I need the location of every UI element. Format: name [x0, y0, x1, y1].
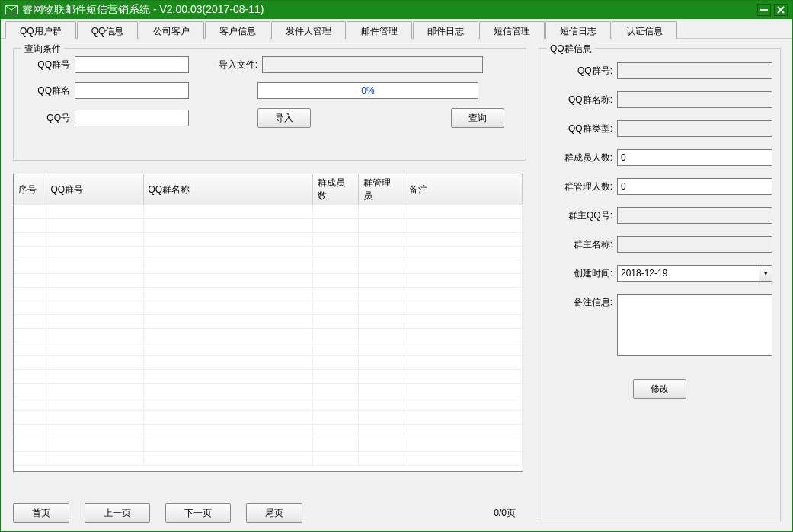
table-row[interactable]: [14, 397, 523, 411]
query-fieldset: 查询条件 QQ群号 导入文件: QQ群名 0% QQ号 导: [13, 48, 526, 161]
query-legend: 查询条件: [21, 43, 64, 56]
tab-customer-info[interactable]: 客户信息: [205, 21, 270, 39]
group-info-fieldset: QQ群信息 QQ群号: QQ群名称: QQ群类型: 群成员人数: 群管理人数:: [539, 48, 781, 521]
col-remark[interactable]: 备注: [404, 174, 523, 205]
pager: 首页 上一页 下一页 尾页 0/0页: [13, 499, 523, 527]
minimize-button[interactable]: [757, 4, 771, 16]
import-progress: 0%: [257, 82, 478, 99]
table-header-row: 序号 QQ群号 QQ群名称 群成员数 群管理员 备注: [14, 174, 523, 205]
info-create-time-label: 创建时间:: [547, 265, 612, 280]
table-row[interactable]: [14, 219, 523, 233]
content-area: 查询条件 QQ群号 导入文件: QQ群名 0% QQ号 导: [5, 40, 788, 527]
tab-sender-manage[interactable]: 发件人管理: [271, 21, 346, 39]
query-button[interactable]: 查询: [451, 108, 504, 128]
info-group-type-label: QQ群类型:: [547, 120, 612, 135]
info-remark-label: 备注信息:: [547, 294, 612, 309]
col-members[interactable]: 群成员数: [312, 174, 358, 205]
info-owner-qq-input[interactable]: [617, 207, 772, 224]
info-create-time-input[interactable]: [617, 265, 759, 282]
info-legend: QQ群信息: [547, 43, 595, 56]
tab-auth-info[interactable]: 认证信息: [612, 21, 677, 39]
table-row[interactable]: [14, 301, 523, 315]
tab-sms-manage[interactable]: 短信管理: [479, 21, 545, 39]
prev-page-button[interactable]: 上一页: [85, 503, 150, 523]
info-group-name-label: QQ群名称:: [547, 91, 612, 107]
import-file-input[interactable]: [262, 56, 483, 73]
qq-group-name-input[interactable]: [75, 82, 189, 99]
app-icon: [5, 5, 18, 14]
info-owner-qq-label: 群主QQ号:: [547, 207, 612, 222]
table-row[interactable]: [14, 370, 523, 384]
info-group-no-input[interactable]: [617, 62, 772, 79]
qq-no-input[interactable]: [75, 110, 189, 126]
progress-label: 0%: [258, 83, 478, 98]
info-group-name-input[interactable]: [617, 91, 772, 108]
info-owner-name-label: 群主名称:: [547, 236, 612, 251]
import-button[interactable]: 导入: [257, 108, 311, 128]
tab-strip: QQ用户群 QQ信息 公司客户 客户信息 发件人管理 邮件管理 邮件日志 短信管…: [1, 21, 792, 39]
modify-button[interactable]: 修改: [633, 379, 686, 399]
info-group-type-input[interactable]: [617, 120, 772, 137]
tab-company-customer[interactable]: 公司客户: [139, 21, 204, 39]
col-admins[interactable]: 群管理员: [358, 174, 404, 205]
table-row[interactable]: [14, 288, 523, 301]
info-remark-textarea[interactable]: [617, 294, 772, 356]
table-body: [14, 205, 523, 466]
tab-mail-log[interactable]: 邮件日志: [413, 21, 478, 39]
info-group-no-label: QQ群号:: [547, 62, 612, 78]
qq-group-no-label: QQ群号: [21, 59, 70, 72]
info-member-count-input[interactable]: [617, 149, 772, 166]
date-dropdown-button[interactable]: ▾: [759, 265, 772, 282]
next-page-button[interactable]: 下一页: [165, 503, 231, 523]
table-row[interactable]: [14, 233, 523, 247]
table-row[interactable]: [14, 384, 523, 397]
table-row[interactable]: [14, 247, 523, 260]
col-group-name[interactable]: QQ群名称: [143, 174, 312, 205]
qq-group-name-label: QQ群名: [21, 84, 70, 97]
table-row[interactable]: [14, 342, 523, 356]
info-member-count-label: 群成员人数:: [547, 149, 612, 164]
last-page-button[interactable]: 尾页: [246, 503, 302, 523]
titlebar: 睿网物联邮件短信营销系统 - V2.00.03(2017-08-11): [1, 1, 792, 19]
table-row[interactable]: [14, 411, 523, 425]
page-status: 0/0页: [494, 507, 516, 520]
table-row[interactable]: [14, 315, 523, 329]
info-admin-count-input[interactable]: [617, 178, 772, 195]
window-title: 睿网物联邮件短信营销系统 - V2.00.03(2017-08-11): [22, 3, 754, 17]
info-owner-name-input[interactable]: [617, 236, 772, 253]
tab-sms-log[interactable]: 短信日志: [545, 21, 611, 39]
tab-qq-info[interactable]: QQ信息: [77, 21, 139, 39]
tab-mail-manage[interactable]: 邮件管理: [347, 21, 412, 39]
table-row[interactable]: [14, 205, 523, 219]
qq-group-no-input[interactable]: [75, 56, 189, 73]
table-row[interactable]: [14, 274, 523, 288]
tab-qq-user-group[interactable]: QQ用户群: [5, 21, 76, 39]
result-table[interactable]: 序号 QQ群号 QQ群名称 群成员数 群管理员 备注: [13, 174, 523, 472]
table-row[interactable]: [14, 329, 523, 342]
table-row[interactable]: [14, 260, 523, 274]
table-row[interactable]: [14, 452, 523, 466]
table-row[interactable]: [14, 425, 523, 438]
app-window: 睿网物联邮件短信营销系统 - V2.00.03(2017-08-11) QQ用户…: [0, 0, 793, 532]
info-admin-count-label: 群管理人数:: [547, 178, 612, 193]
table-row[interactable]: [14, 438, 523, 452]
col-seq[interactable]: 序号: [14, 174, 46, 205]
col-group-no[interactable]: QQ群号: [46, 174, 143, 205]
import-file-label: 导入文件:: [189, 59, 257, 72]
table-row[interactable]: [14, 356, 523, 370]
close-button[interactable]: [774, 4, 788, 16]
qq-no-label: QQ号: [21, 112, 70, 125]
first-page-button[interactable]: 首页: [13, 503, 69, 523]
